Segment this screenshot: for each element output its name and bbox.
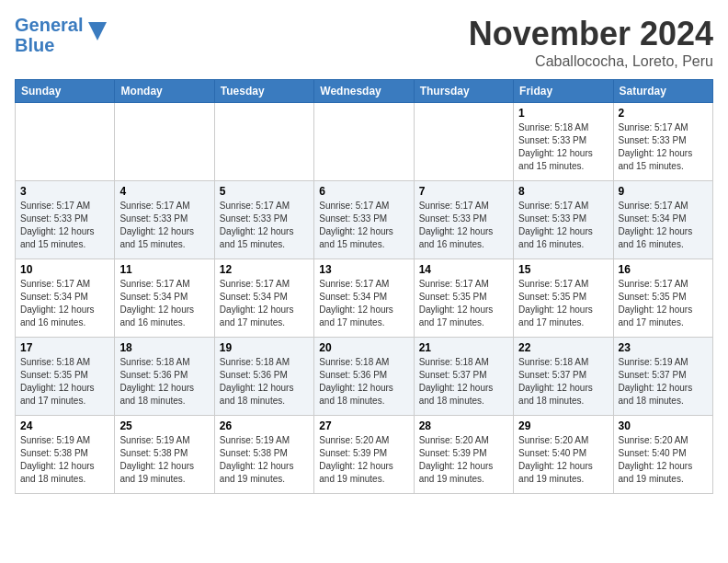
- calendar-day-cell: 29Sunrise: 5:20 AM Sunset: 5:40 PM Dayli…: [514, 416, 613, 494]
- day-number: 5: [220, 185, 309, 198]
- calendar-day-cell: 17Sunrise: 5:18 AM Sunset: 5:35 PM Dayli…: [16, 338, 115, 416]
- calendar-day-cell: 13Sunrise: 5:17 AM Sunset: 5:34 PM Dayli…: [314, 259, 414, 338]
- day-number: 28: [419, 419, 508, 432]
- weekday-header: Tuesday: [214, 80, 313, 103]
- calendar-day-cell: [214, 103, 313, 181]
- calendar-day-cell: [16, 103, 115, 181]
- day-number: 1: [518, 107, 608, 120]
- day-number: 8: [518, 185, 608, 198]
- day-info: Sunrise: 5:17 AM Sunset: 5:34 PM Dayligh…: [20, 278, 109, 329]
- calendar-day-cell: 3Sunrise: 5:17 AM Sunset: 5:33 PM Daylig…: [16, 181, 115, 259]
- day-info: Sunrise: 5:17 AM Sunset: 5:33 PM Dayligh…: [220, 200, 309, 251]
- day-info: Sunrise: 5:18 AM Sunset: 5:33 PM Dayligh…: [518, 121, 608, 173]
- calendar-week-row: 10Sunrise: 5:17 AM Sunset: 5:34 PM Dayli…: [16, 259, 713, 338]
- day-info: Sunrise: 5:17 AM Sunset: 5:35 PM Dayligh…: [518, 278, 608, 329]
- calendar-day-cell: 5Sunrise: 5:17 AM Sunset: 5:33 PM Daylig…: [214, 181, 313, 259]
- calendar-day-cell: 7Sunrise: 5:17 AM Sunset: 5:33 PM Daylig…: [414, 181, 513, 259]
- calendar-day-cell: 20Sunrise: 5:18 AM Sunset: 5:36 PM Dayli…: [314, 338, 414, 416]
- day-info: Sunrise: 5:18 AM Sunset: 5:35 PM Dayligh…: [20, 356, 109, 408]
- day-number: 10: [20, 263, 109, 276]
- calendar-day-cell: 1Sunrise: 5:18 AM Sunset: 5:33 PM Daylig…: [514, 103, 613, 181]
- day-info: Sunrise: 5:18 AM Sunset: 5:36 PM Dayligh…: [319, 356, 408, 408]
- calendar-day-cell: 28Sunrise: 5:20 AM Sunset: 5:39 PM Dayli…: [414, 416, 513, 494]
- day-number: 24: [20, 419, 109, 432]
- day-info: Sunrise: 5:18 AM Sunset: 5:36 PM Dayligh…: [119, 356, 209, 408]
- month-title: November 2024: [469, 15, 713, 53]
- weekday-header: Monday: [115, 80, 214, 103]
- day-info: Sunrise: 5:20 AM Sunset: 5:39 PM Dayligh…: [419, 434, 508, 486]
- day-info: Sunrise: 5:17 AM Sunset: 5:34 PM Dayligh…: [619, 200, 708, 251]
- day-number: 25: [119, 419, 209, 432]
- day-info: Sunrise: 5:18 AM Sunset: 5:37 PM Dayligh…: [419, 356, 508, 408]
- calendar-week-row: 24Sunrise: 5:19 AM Sunset: 5:38 PM Dayli…: [16, 416, 713, 494]
- page-header: GeneralBlue November 2024 Caballococha, …: [15, 15, 713, 70]
- calendar-day-cell: [314, 103, 414, 181]
- weekday-header: Saturday: [613, 80, 712, 103]
- day-info: Sunrise: 5:19 AM Sunset: 5:38 PM Dayligh…: [220, 434, 309, 486]
- calendar-day-cell: 2Sunrise: 5:17 AM Sunset: 5:33 PM Daylig…: [613, 103, 712, 181]
- day-info: Sunrise: 5:17 AM Sunset: 5:34 PM Dayligh…: [119, 278, 209, 329]
- day-number: 20: [319, 341, 408, 354]
- calendar-header-row: SundayMondayTuesdayWednesdayThursdayFrid…: [16, 80, 713, 103]
- day-number: 17: [20, 341, 109, 354]
- day-info: Sunrise: 5:19 AM Sunset: 5:38 PM Dayligh…: [20, 434, 109, 486]
- calendar-week-row: 17Sunrise: 5:18 AM Sunset: 5:35 PM Dayli…: [16, 338, 713, 416]
- day-number: 23: [619, 341, 708, 354]
- day-number: 7: [419, 185, 508, 198]
- day-number: 6: [319, 185, 408, 198]
- calendar-day-cell: 26Sunrise: 5:19 AM Sunset: 5:38 PM Dayli…: [214, 416, 313, 494]
- calendar-day-cell: 9Sunrise: 5:17 AM Sunset: 5:34 PM Daylig…: [613, 181, 712, 259]
- calendar-day-cell: [115, 103, 214, 181]
- day-number: 15: [518, 263, 608, 276]
- day-info: Sunrise: 5:17 AM Sunset: 5:35 PM Dayligh…: [619, 278, 708, 329]
- day-info: Sunrise: 5:19 AM Sunset: 5:37 PM Dayligh…: [619, 356, 708, 408]
- calendar-day-cell: 16Sunrise: 5:17 AM Sunset: 5:35 PM Dayli…: [613, 259, 712, 338]
- logo: GeneralBlue: [15, 15, 110, 55]
- title-block: November 2024 Caballococha, Loreto, Peru: [469, 15, 713, 70]
- day-info: Sunrise: 5:18 AM Sunset: 5:37 PM Dayligh…: [518, 356, 608, 408]
- calendar-day-cell: 25Sunrise: 5:19 AM Sunset: 5:38 PM Dayli…: [115, 416, 214, 494]
- weekday-header: Thursday: [414, 80, 513, 103]
- day-number: 29: [518, 419, 608, 432]
- day-number: 22: [518, 341, 608, 354]
- day-number: 19: [220, 341, 309, 354]
- day-number: 11: [119, 263, 209, 276]
- calendar-day-cell: 22Sunrise: 5:18 AM Sunset: 5:37 PM Dayli…: [514, 338, 613, 416]
- calendar-day-cell: 30Sunrise: 5:20 AM Sunset: 5:40 PM Dayli…: [613, 416, 712, 494]
- day-number: 27: [319, 419, 408, 432]
- day-info: Sunrise: 5:17 AM Sunset: 5:33 PM Dayligh…: [619, 121, 708, 173]
- calendar-table: SundayMondayTuesdayWednesdayThursdayFrid…: [15, 79, 713, 494]
- day-number: 26: [220, 419, 309, 432]
- calendar-day-cell: 14Sunrise: 5:17 AM Sunset: 5:35 PM Dayli…: [414, 259, 513, 338]
- calendar-day-cell: 6Sunrise: 5:17 AM Sunset: 5:33 PM Daylig…: [314, 181, 414, 259]
- day-number: 21: [419, 341, 508, 354]
- calendar-day-cell: 18Sunrise: 5:18 AM Sunset: 5:36 PM Dayli…: [115, 338, 214, 416]
- calendar-day-cell: 10Sunrise: 5:17 AM Sunset: 5:34 PM Dayli…: [16, 259, 115, 338]
- calendar-day-cell: 24Sunrise: 5:19 AM Sunset: 5:38 PM Dayli…: [16, 416, 115, 494]
- day-info: Sunrise: 5:17 AM Sunset: 5:33 PM Dayligh…: [319, 200, 408, 251]
- day-number: 3: [20, 185, 109, 198]
- logo-text: GeneralBlue: [15, 15, 83, 55]
- calendar-day-cell: 8Sunrise: 5:17 AM Sunset: 5:33 PM Daylig…: [514, 181, 613, 259]
- calendar-day-cell: 27Sunrise: 5:20 AM Sunset: 5:39 PM Dayli…: [314, 416, 414, 494]
- svg-marker-0: [88, 22, 107, 40]
- calendar-day-cell: 21Sunrise: 5:18 AM Sunset: 5:37 PM Dayli…: [414, 338, 513, 416]
- day-number: 4: [119, 185, 209, 198]
- logo-arrow-icon: [85, 18, 110, 44]
- day-info: Sunrise: 5:17 AM Sunset: 5:33 PM Dayligh…: [20, 200, 109, 251]
- day-number: 9: [619, 185, 708, 198]
- day-info: Sunrise: 5:19 AM Sunset: 5:38 PM Dayligh…: [119, 434, 209, 486]
- calendar-day-cell: 19Sunrise: 5:18 AM Sunset: 5:36 PM Dayli…: [214, 338, 313, 416]
- day-info: Sunrise: 5:18 AM Sunset: 5:36 PM Dayligh…: [220, 356, 309, 408]
- calendar-day-cell: 11Sunrise: 5:17 AM Sunset: 5:34 PM Dayli…: [115, 259, 214, 338]
- calendar-day-cell: 12Sunrise: 5:17 AM Sunset: 5:34 PM Dayli…: [214, 259, 313, 338]
- calendar-day-cell: 4Sunrise: 5:17 AM Sunset: 5:33 PM Daylig…: [115, 181, 214, 259]
- location: Caballococha, Loreto, Peru: [469, 53, 713, 70]
- day-number: 12: [220, 263, 309, 276]
- day-info: Sunrise: 5:20 AM Sunset: 5:39 PM Dayligh…: [319, 434, 408, 486]
- day-info: Sunrise: 5:20 AM Sunset: 5:40 PM Dayligh…: [518, 434, 608, 486]
- calendar-day-cell: 23Sunrise: 5:19 AM Sunset: 5:37 PM Dayli…: [613, 338, 712, 416]
- day-number: 14: [419, 263, 508, 276]
- day-info: Sunrise: 5:17 AM Sunset: 5:34 PM Dayligh…: [220, 278, 309, 329]
- calendar-day-cell: 15Sunrise: 5:17 AM Sunset: 5:35 PM Dayli…: [514, 259, 613, 338]
